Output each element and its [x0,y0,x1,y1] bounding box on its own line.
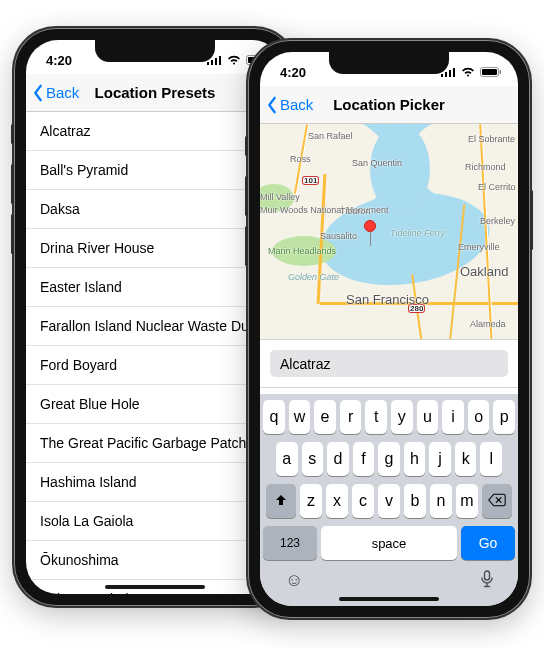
key-x[interactable]: x [326,484,348,518]
key-y[interactable]: y [391,400,413,434]
key-d[interactable]: d [327,442,349,476]
search-bar [260,339,518,388]
phone-location-picker: 4:20 Back Location Picker [248,40,530,618]
back-label: Back [280,96,313,113]
svg-rect-0 [207,62,209,65]
back-button[interactable]: Back [260,96,313,114]
key-u[interactable]: u [417,400,439,434]
map-view[interactable]: 101 280 San Francisco Oakland Berkeley R… [260,124,518,339]
emoji-icon[interactable]: ☺ [285,570,303,593]
power-button[interactable] [530,190,533,250]
list-item[interactable]: Farallon Island Nuclear Waste Dump [26,307,284,346]
map-label: Alameda [470,319,506,329]
svg-rect-2 [215,58,217,65]
key-123[interactable]: 123 [263,526,317,560]
key-b[interactable]: b [404,484,426,518]
map-label: Richmond [465,162,506,172]
back-label: Back [46,84,79,101]
mute-switch[interactable] [245,136,248,156]
key-g[interactable]: g [378,442,400,476]
list-item[interactable]: The Great Pacific Garbage Patch [26,424,284,463]
nav-bar: Back Location Picker [260,86,518,124]
key-h[interactable]: h [404,442,426,476]
back-button[interactable]: Back [26,84,79,102]
volume-down-button[interactable] [11,214,14,254]
svg-rect-9 [449,70,451,77]
key-r[interactable]: r [340,400,362,434]
list-item[interactable]: Hashima Island [26,463,284,502]
key-m[interactable]: m [456,484,478,518]
key-w[interactable]: w [289,400,311,434]
list-item[interactable]: Ōkunoshima [26,541,284,580]
key-t[interactable]: t [365,400,387,434]
svg-rect-1 [211,60,213,65]
key-shift[interactable] [266,484,296,518]
key-v[interactable]: v [378,484,400,518]
map-label: El Cerrito [478,182,516,192]
search-input[interactable] [270,350,508,377]
key-p[interactable]: p [493,400,515,434]
list-item[interactable]: Isola La Gaiola [26,502,284,541]
home-indicator[interactable] [105,585,205,589]
svg-rect-10 [453,68,455,77]
map-label: Muir Woods National Monument [260,206,320,215]
map-label: San Quentin [352,158,402,168]
volume-up-button[interactable] [245,176,248,216]
notch [95,40,215,62]
map-label: Tiburon [340,206,370,216]
wifi-icon [227,55,241,65]
map-label: Tideline Ferry [390,228,445,238]
key-space[interactable]: space [321,526,457,560]
key-z[interactable]: z [300,484,322,518]
key-k[interactable]: k [455,442,477,476]
map-label: Emeryville [458,242,500,252]
list-item[interactable]: Easter Island [26,268,284,307]
volume-up-button[interactable] [11,164,14,204]
key-q[interactable]: q [263,400,285,434]
key-j[interactable]: j [429,442,451,476]
key-o[interactable]: o [468,400,490,434]
nav-bar: Back Location Presets [26,74,284,112]
shift-icon [274,493,288,510]
key-n[interactable]: n [430,484,452,518]
chevron-left-icon [32,84,44,102]
map-label: Berkeley [480,216,515,226]
map-label: Golden Gate [288,272,339,282]
list-item[interactable]: Ford Boyard [26,346,284,385]
home-indicator[interactable] [339,597,439,601]
key-delete[interactable] [482,484,512,518]
key-a[interactable]: a [276,442,298,476]
chevron-left-icon [266,96,278,114]
wifi-icon [461,67,475,77]
key-s[interactable]: s [302,442,324,476]
mute-switch[interactable] [11,124,14,144]
battery-icon [480,67,502,77]
volume-down-button[interactable] [245,226,248,266]
key-f[interactable]: f [353,442,375,476]
svg-rect-12 [482,69,497,75]
svg-rect-3 [219,56,221,65]
notch [329,52,449,74]
key-go[interactable]: Go [461,526,515,560]
backspace-icon [488,493,506,510]
map-label: Sausalito [320,231,357,241]
status-time: 4:20 [46,53,72,68]
map-label: San Rafael [308,131,353,141]
svg-rect-14 [485,571,490,580]
svg-rect-8 [445,72,447,77]
map-label: Mill Valley [260,192,300,202]
svg-rect-13 [500,70,502,74]
list-item[interactable]: Great Blue Hole [26,385,284,424]
key-c[interactable]: c [352,484,374,518]
svg-rect-7 [441,74,443,77]
map-label: Marin Headlands [268,246,336,256]
dictation-icon[interactable] [481,570,493,593]
keyboard: q w e r t y u i o p a s d f g h j k l [260,394,518,606]
map-label: San Francisco [346,292,429,307]
key-e[interactable]: e [314,400,336,434]
map-label: El Sobrante [468,134,515,144]
status-time: 4:20 [280,65,306,80]
key-l[interactable]: l [480,442,502,476]
map-shield-101: 101 [302,176,319,185]
key-i[interactable]: i [442,400,464,434]
